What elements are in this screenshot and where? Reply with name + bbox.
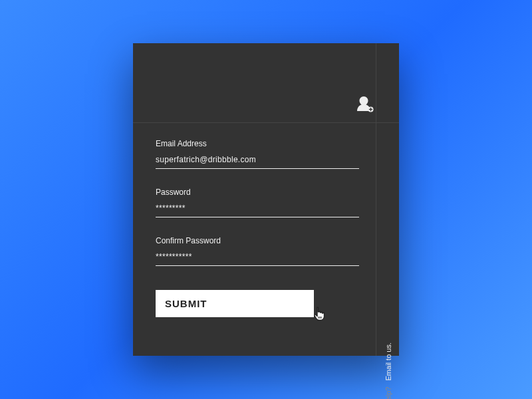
confirm-password-field[interactable] — [156, 249, 359, 266]
email-field-group: Email Address — [156, 139, 359, 169]
help-label: Need Help? — [384, 387, 392, 399]
confirm-password-label: Confirm Password — [156, 236, 359, 245]
card-header — [133, 43, 399, 123]
password-field-group: Password — [156, 188, 359, 217]
signup-card: Email Address Password Confirm Password … — [133, 43, 399, 356]
email-label: Email Address — [156, 139, 359, 148]
help-rail: Need Help? Email to us. — [384, 342, 392, 399]
password-field[interactable] — [156, 201, 359, 217]
help-email-link[interactable]: Email to us. — [384, 342, 392, 380]
signup-form: Email Address Password Confirm Password … — [133, 123, 399, 356]
submit-button-label: SUBMIT — [165, 298, 207, 309]
password-label: Password — [156, 188, 359, 197]
confirm-password-field-group: Confirm Password — [156, 236, 359, 266]
add-user-icon — [355, 94, 374, 113]
email-field[interactable] — [156, 152, 359, 169]
pointer-cursor-icon — [303, 307, 317, 321]
submit-button[interactable]: SUBMIT — [156, 290, 314, 317]
